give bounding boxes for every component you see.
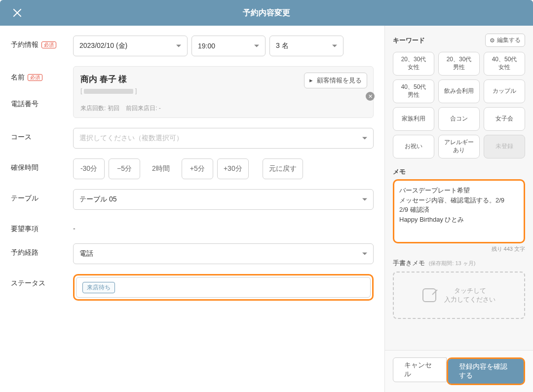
route-select[interactable]: 電話 bbox=[73, 243, 374, 264]
visit-count-value: 初回 bbox=[108, 105, 119, 112]
reservation-info-label: 予約情報 必須 bbox=[11, 36, 73, 49]
last-visit-label: 前回来店日: bbox=[126, 105, 157, 112]
keyword-edit-label: 編集する bbox=[497, 36, 521, 44]
route-value: 電話 bbox=[79, 249, 93, 258]
footer: キャンセル 登録内容を確認する bbox=[385, 350, 533, 392]
duration-minus30-button[interactable]: -30分 bbox=[73, 158, 105, 179]
name-label: 名前 bbox=[11, 73, 25, 82]
handmemo-label-text: 手書きメモ bbox=[393, 259, 425, 267]
reservation-info-fields: 2023/02/10 (金) 19:00 3 名 bbox=[73, 36, 374, 56]
duration-label: 確保時間 bbox=[11, 158, 73, 172]
table-label: テーブル bbox=[11, 189, 73, 203]
route-label: 予約経路 bbox=[11, 243, 73, 257]
keyword-chip[interactable]: カップル bbox=[484, 79, 525, 103]
guests-value: 3 名 bbox=[276, 41, 289, 50]
status-tag: 来店待ち bbox=[82, 282, 115, 293]
gear-icon: ⚙ bbox=[490, 37, 495, 44]
course-row: コース 選択してください（複数選択可） bbox=[11, 128, 374, 149]
memo-counter: 残り 443 文字 bbox=[393, 245, 525, 253]
customer-detail-button-label: 顧客情報を見る bbox=[317, 77, 362, 84]
keyword-chip[interactable]: 合コン bbox=[438, 107, 480, 131]
chevron-right-icon: ▸ bbox=[309, 77, 313, 84]
customer-meta: 来店回数: 初回 前回来店日: - bbox=[80, 104, 366, 113]
clear-customer-button[interactable]: ✕ bbox=[366, 92, 375, 101]
table-select[interactable]: テーブル 05 bbox=[73, 189, 374, 210]
customer-detail-button[interactable]: ▸ 顧客情報を見る bbox=[304, 73, 367, 88]
pencil-icon bbox=[422, 288, 436, 302]
cancel-button[interactable]: キャンセル bbox=[393, 357, 447, 382]
keyword-chip[interactable]: 20、30代 男性 bbox=[438, 52, 480, 76]
keyword-header: キーワード ⚙ 編集する bbox=[393, 34, 525, 47]
modal-title: 予約内容変更 bbox=[243, 8, 290, 18]
duration-row: 確保時間 -30分 −5分 2時間 +5分 +30分 元に戻す bbox=[11, 158, 374, 179]
keyword-title: キーワード bbox=[393, 36, 425, 45]
required-badge: 必須 bbox=[28, 74, 42, 81]
close-icon[interactable] bbox=[12, 7, 23, 18]
chevron-down-icon bbox=[362, 137, 367, 140]
keyword-chip[interactable]: アレルギー あり bbox=[438, 135, 480, 158]
guests-select[interactable]: 3 名 bbox=[269, 36, 343, 56]
handmemo-retain-text: (保存期間: 13 ヶ月) bbox=[429, 260, 476, 266]
keyword-grid: 20、30代 女性20、30代 男性40、50代 女性40、50代 男性飲み会利… bbox=[393, 52, 525, 158]
duration-base-value: 2時間 bbox=[144, 158, 178, 179]
keyword-chip[interactable]: 20、30代 女性 bbox=[393, 52, 434, 76]
customer-labels: 名前 必須 電話番号 bbox=[11, 66, 73, 109]
memo-textarea[interactable]: バースデープレート希望 メッセージ内容、確認電話する。2/9 2/9 確認済 H… bbox=[393, 179, 525, 243]
duration-plus30-button[interactable]: +30分 bbox=[217, 158, 249, 179]
keyword-edit-button[interactable]: ⚙ 編集する bbox=[485, 34, 525, 47]
keyword-chip[interactable]: お祝い bbox=[393, 135, 434, 158]
requests-value: - bbox=[73, 220, 374, 233]
handmemo-input[interactable]: タッチして 入力してください bbox=[393, 272, 525, 319]
date-value: 2023/02/10 (金) bbox=[79, 41, 127, 50]
keyword-chip[interactable]: 飲み会利用 bbox=[438, 79, 480, 103]
handmemo-placeholder: タッチして 入力してください bbox=[444, 286, 495, 304]
chevron-down-icon bbox=[176, 45, 181, 47]
time-value: 19:00 bbox=[198, 42, 215, 50]
chevron-down-icon bbox=[332, 45, 337, 47]
keyword-chip[interactable]: 女子会 bbox=[484, 107, 525, 131]
duration-controls: -30分 −5分 2時間 +5分 +30分 元に戻す bbox=[73, 158, 374, 179]
keyword-chip[interactable]: 40、50代 女性 bbox=[484, 52, 525, 76]
masked-text bbox=[84, 89, 133, 94]
course-placeholder: 選択してください（複数選択可） bbox=[79, 134, 183, 143]
status-label: ステータス bbox=[11, 274, 73, 288]
chevron-down-icon bbox=[362, 253, 367, 255]
keyword-chip[interactable]: 家族利用 bbox=[393, 107, 434, 131]
course-label: コース bbox=[11, 128, 73, 142]
duration-plus5-button[interactable]: +5分 bbox=[182, 158, 213, 179]
time-select[interactable]: 19:00 bbox=[191, 36, 266, 56]
keyword-chip[interactable]: 40、50代 男性 bbox=[393, 79, 434, 103]
right-panel: キーワード ⚙ 編集する 20、30代 女性20、30代 男性40、50代 女性… bbox=[385, 26, 533, 392]
content-area: 予約情報 必須 2023/02/10 (金) 19:00 3 名 bbox=[0, 26, 533, 392]
customer-card: 商内 春子 様 [ ] 来店回数: 初回 前回来店日: - ▸ 顧客情報を見る bbox=[73, 66, 374, 118]
duration-minus5-button[interactable]: −5分 bbox=[109, 158, 140, 179]
course-select[interactable]: 選択してください（複数選択可） bbox=[73, 128, 374, 149]
table-row: テーブル テーブル 05 bbox=[11, 189, 374, 210]
visit-count-label: 来店回数: bbox=[80, 105, 106, 112]
requests-row: 要望事項 - bbox=[11, 220, 374, 234]
customer-row: 名前 必須 電話番号 商内 春子 様 [ ] 来店回数: 初回 前回来店日: bbox=[11, 66, 374, 118]
keyword-chip: 未登録 bbox=[484, 135, 525, 158]
chevron-down-icon bbox=[362, 198, 367, 201]
route-row: 予約経路 電話 bbox=[11, 243, 374, 264]
reservation-info-label-text: 予約情報 bbox=[11, 40, 38, 49]
memo-title: メモ bbox=[393, 167, 525, 176]
status-select[interactable]: 来店待ち bbox=[76, 277, 371, 298]
last-visit-value: - bbox=[159, 105, 161, 112]
requests-label: 要望事項 bbox=[11, 220, 73, 234]
required-badge: 必須 bbox=[41, 41, 56, 48]
modal-header: 予約内容変更 bbox=[0, 0, 533, 26]
status-highlight: 来店待ち bbox=[73, 274, 374, 301]
submit-button[interactable]: 登録内容を確認する bbox=[448, 359, 524, 384]
left-panel: 予約情報 必須 2023/02/10 (金) 19:00 3 名 bbox=[0, 26, 385, 392]
submit-highlight: 登録内容を確認する bbox=[447, 357, 525, 385]
handmemo-label: 手書きメモ (保存期間: 13 ヶ月) bbox=[393, 259, 525, 268]
status-row: ステータス 来店待ち bbox=[11, 274, 374, 301]
phone-label: 電話番号 bbox=[11, 100, 38, 108]
duration-reset-button[interactable]: 元に戻す bbox=[263, 158, 303, 179]
chevron-down-icon bbox=[254, 45, 259, 47]
table-value: テーブル 05 bbox=[79, 195, 116, 204]
date-select[interactable]: 2023/02/10 (金) bbox=[73, 36, 188, 56]
reservation-info-row: 予約情報 必須 2023/02/10 (金) 19:00 3 名 bbox=[11, 36, 374, 56]
